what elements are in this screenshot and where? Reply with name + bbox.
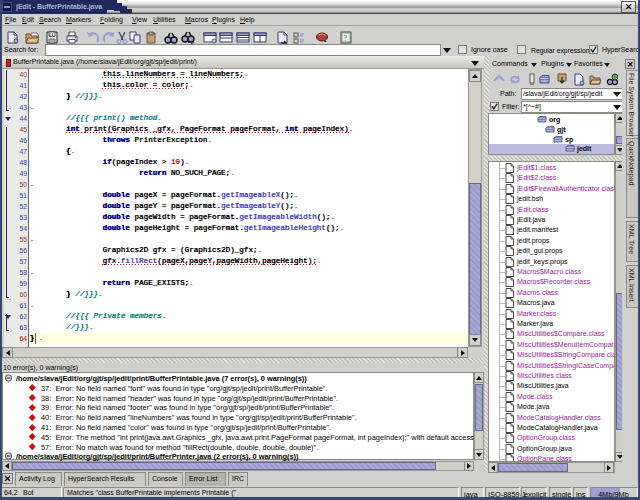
svg-text:?: ? — [344, 34, 348, 43]
